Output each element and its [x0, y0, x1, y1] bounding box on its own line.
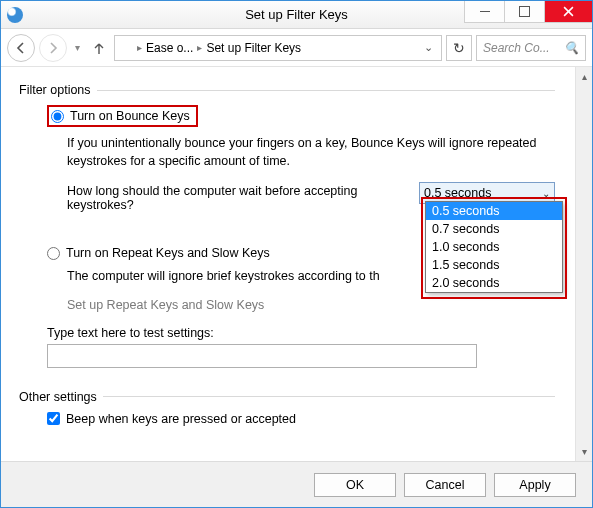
back-button[interactable] — [7, 34, 35, 62]
close-button[interactable] — [544, 1, 592, 23]
footer: OK Cancel Apply — [1, 461, 592, 507]
forward-button[interactable] — [39, 34, 67, 62]
arrow-up-icon — [92, 41, 106, 55]
bounce-keys-label: Turn on Bounce Keys — [70, 109, 190, 123]
arrow-right-icon — [46, 41, 60, 55]
repeat-keys-radio[interactable] — [47, 247, 60, 260]
search-placeholder: Search Co... — [483, 41, 550, 55]
search-input[interactable]: Search Co... 🔍 — [476, 35, 586, 61]
cancel-button[interactable]: Cancel — [404, 473, 486, 497]
dropdown-option[interactable]: 2.0 seconds — [426, 274, 562, 292]
group-other-settings: Other settings — [19, 390, 555, 404]
breadcrumb-parent[interactable]: Ease o... — [146, 41, 193, 55]
dropdown-option[interactable]: 0.7 seconds — [426, 220, 562, 238]
refresh-button[interactable]: ↻ — [446, 35, 472, 61]
chevron-right-icon: ▸ — [137, 42, 142, 53]
breadcrumb[interactable]: ▸ Ease o... ▸ Set up Filter Keys ⌄ — [114, 35, 442, 61]
up-button[interactable] — [88, 37, 110, 59]
group-other-settings-label: Other settings — [19, 390, 97, 404]
scroll-up-icon[interactable]: ▴ — [582, 67, 587, 86]
test-label: Type text here to test settings: — [47, 326, 555, 340]
refresh-icon: ↻ — [453, 40, 465, 56]
close-icon — [563, 6, 574, 17]
titlebar: Set up Filter Keys — [1, 1, 592, 29]
app-icon — [7, 7, 23, 23]
dropdown-option[interactable]: 0.5 seconds — [426, 202, 562, 220]
navbar: ▾ ▸ Ease o... ▸ Set up Filter Keys ⌄ ↻ S… — [1, 29, 592, 67]
breadcrumb-current[interactable]: Set up Filter Keys — [206, 41, 301, 55]
arrow-left-icon — [14, 41, 28, 55]
group-filter-options: Filter options — [19, 83, 555, 97]
recent-locations-icon[interactable]: ▾ — [75, 42, 80, 53]
chevron-down-icon: ⌄ — [542, 188, 550, 199]
dropdown-option[interactable]: 1.0 seconds — [426, 238, 562, 256]
scrollbar[interactable]: ▴ ▾ — [575, 67, 592, 461]
magnify-icon: 🔍 — [564, 41, 579, 55]
ok-button[interactable]: OK — [314, 473, 396, 497]
apply-button[interactable]: Apply — [494, 473, 576, 497]
bounce-keys-description: If you unintentionally bounce your finge… — [67, 135, 555, 170]
repeat-keys-label: Turn on Repeat Keys and Slow Keys — [66, 246, 270, 260]
maximize-button[interactable] — [504, 1, 544, 23]
beep-label: Beep when keys are pressed or accepted — [66, 412, 296, 426]
bounce-keys-highlight: Turn on Bounce Keys — [47, 105, 198, 127]
wait-duration-value: 0.5 seconds — [424, 186, 491, 200]
minimize-button[interactable] — [464, 1, 504, 23]
bounce-keys-radio[interactable] — [51, 110, 64, 123]
breadcrumb-dropdown-icon[interactable]: ⌄ — [420, 41, 437, 54]
ease-of-access-icon — [119, 41, 133, 55]
wait-duration-dropdown[interactable]: 0.5 seconds 0.7 seconds 1.0 seconds 1.5 … — [425, 201, 563, 293]
dropdown-option[interactable]: 1.5 seconds — [426, 256, 562, 274]
setup-repeat-keys-link[interactable]: Set up Repeat Keys and Slow Keys — [67, 298, 555, 312]
test-input[interactable] — [47, 344, 477, 368]
beep-checkbox[interactable] — [47, 412, 60, 425]
scroll-down-icon[interactable]: ▾ — [582, 442, 587, 461]
wait-question: How long should the computer wait before… — [67, 182, 411, 212]
group-filter-options-label: Filter options — [19, 83, 91, 97]
chevron-right-icon: ▸ — [197, 42, 202, 53]
